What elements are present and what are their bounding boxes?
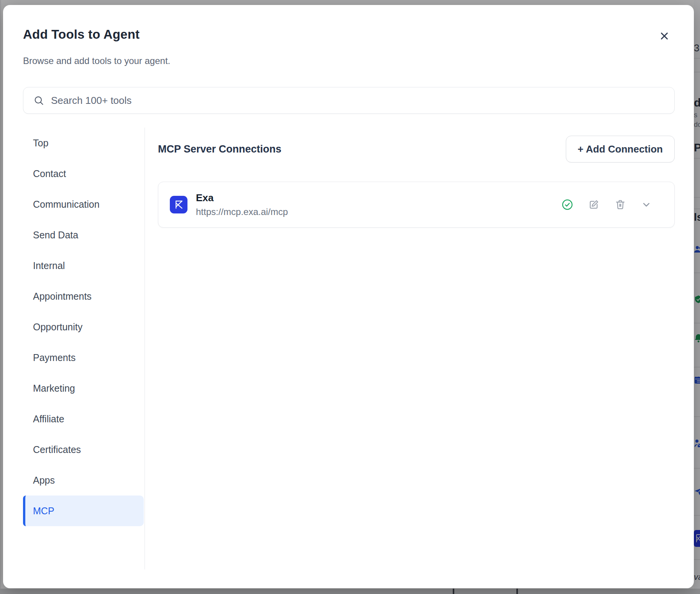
add-tools-modal: Add Tools to Agent Browse and add tools … (3, 5, 694, 588)
sidebar-item-appointments[interactable]: Appointments (23, 281, 144, 312)
search-box[interactable] (23, 87, 675, 114)
close-button[interactable] (658, 30, 671, 43)
sidebar-item-label: Opportunity (33, 322, 82, 333)
sidebar-item-label: Send Data (33, 230, 78, 241)
modal-subtitle: Browse and add tools to your agent. (23, 56, 675, 66)
connection-url: https://mcp.exa.ai/mcp (196, 207, 288, 217)
modal-title: Add Tools to Agent (23, 27, 675, 42)
connection-name: Exa (196, 192, 288, 204)
search-icon (33, 95, 44, 106)
sidebar-item-communication[interactable]: Communication (23, 189, 144, 220)
sidebar-item-mcp[interactable]: MCP (23, 496, 144, 526)
sidebar-item-affiliate[interactable]: Affiliate (23, 404, 144, 434)
sidebar-item-send-data[interactable]: Send Data (23, 220, 144, 250)
sidebar-item-label: Top (33, 138, 48, 149)
sidebar-item-label: MCP (33, 505, 54, 517)
sidebar-item-label: Apps (33, 475, 55, 486)
sidebar-item-payments[interactable]: Payments (23, 342, 144, 373)
sidebar-item-certificates[interactable]: Certificates (23, 434, 144, 465)
category-sidebar: Top Contact Communication Send Data Inte… (23, 128, 145, 569)
check-circle-icon (561, 199, 573, 211)
exa-logo-icon (170, 196, 187, 213)
edit-button[interactable] (588, 199, 600, 211)
sidebar-item-apps[interactable]: Apps (23, 465, 144, 496)
sidebar-item-marketing[interactable]: Marketing (23, 373, 144, 404)
chevron-down-icon (641, 199, 652, 210)
sidebar-item-label: Appointments (33, 291, 92, 302)
search-input[interactable] (51, 95, 664, 107)
sidebar-item-label: Marketing (33, 383, 75, 394)
sidebar-item-label: Communication (33, 199, 100, 210)
sidebar-item-contact[interactable]: Contact (23, 158, 144, 189)
expand-button[interactable] (641, 199, 652, 210)
sidebar-item-label: Payments (33, 352, 76, 363)
trash-icon (614, 199, 626, 211)
section-title: MCP Server Connections (158, 143, 281, 155)
sidebar-item-label: Internal (33, 260, 65, 271)
add-connection-button[interactable]: + Add Connection (566, 136, 675, 162)
sidebar-item-internal[interactable]: Internal (23, 250, 144, 281)
edit-icon (588, 199, 600, 211)
sidebar-item-top[interactable]: Top (23, 128, 144, 158)
sidebar-item-label: Certificates (33, 444, 81, 455)
sidebar-item-label: Contact (33, 168, 66, 179)
sidebar-item-label: Affiliate (33, 414, 64, 425)
close-icon (659, 30, 670, 42)
delete-button[interactable] (614, 199, 626, 211)
mcp-panel: MCP Server Connections + Add Connection … (145, 128, 675, 569)
connection-card: Exa https://mcp.exa.ai/mcp (158, 182, 675, 228)
sidebar-item-opportunity[interactable]: Opportunity (23, 312, 144, 342)
